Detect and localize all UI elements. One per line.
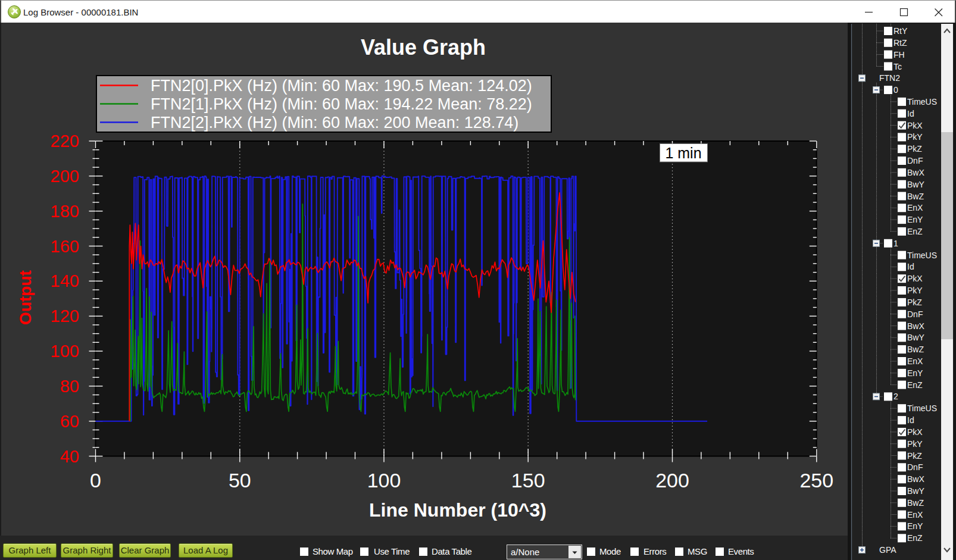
svg-text:Tc: Tc <box>893 62 902 71</box>
svg-text:BwX: BwX <box>907 321 924 331</box>
svg-text:0: 0 <box>90 469 101 492</box>
svg-text:40: 40 <box>60 447 79 466</box>
svg-text:100: 100 <box>51 342 79 361</box>
svg-text:140: 140 <box>51 271 79 290</box>
svg-text:BwY: BwY <box>907 180 924 189</box>
svg-text:100: 100 <box>367 469 401 492</box>
svg-text:FTN2[2].PkX (Hz) (Min: 60 Max:: FTN2[2].PkX (Hz) (Min: 60 Max: 200 Mean:… <box>151 114 518 132</box>
svg-text:PkZ: PkZ <box>907 144 922 154</box>
svg-text:TimeUS: TimeUS <box>907 97 937 107</box>
svg-text:PkY: PkY <box>907 132 923 142</box>
svg-text:Id: Id <box>907 109 914 118</box>
svg-text:250: 250 <box>799 469 833 492</box>
svg-text:EnY: EnY <box>907 368 923 378</box>
svg-text:Output: Output <box>16 270 35 325</box>
svg-text:Id: Id <box>907 262 914 271</box>
svg-text:150: 150 <box>511 469 545 492</box>
svg-text:FTN2[0].PkX (Hz) (Min: 60 Max:: FTN2[0].PkX (Hz) (Min: 60 Max: 190.5 Mea… <box>151 77 532 95</box>
svg-text:DnF: DnF <box>907 462 923 472</box>
svg-text:PkY: PkY <box>907 439 923 449</box>
svg-text:220: 220 <box>51 132 79 151</box>
svg-text:80: 80 <box>60 377 79 396</box>
svg-text:EnY: EnY <box>907 215 923 224</box>
svg-text:1: 1 <box>893 239 898 248</box>
svg-text:BwZ: BwZ <box>907 192 924 201</box>
svg-text:60: 60 <box>60 412 79 431</box>
svg-text:FTN2: FTN2 <box>879 73 900 83</box>
svg-text:BwY: BwY <box>907 333 924 342</box>
svg-text:FH: FH <box>893 50 905 60</box>
svg-text:EnX: EnX <box>907 510 923 520</box>
svg-text:EnZ: EnZ <box>907 533 923 543</box>
svg-text:RtZ: RtZ <box>893 38 907 48</box>
svg-text:BwX: BwX <box>907 474 924 484</box>
svg-text:PkY: PkY <box>907 286 923 295</box>
svg-text:0: 0 <box>893 85 898 95</box>
svg-text:200: 200 <box>51 167 79 186</box>
svg-text:Line Number (10^3): Line Number (10^3) <box>369 499 546 521</box>
svg-text:1 min: 1 min <box>665 145 701 161</box>
svg-text:BwZ: BwZ <box>907 498 924 508</box>
svg-text:PkX: PkX <box>907 274 923 283</box>
svg-text:BwY: BwY <box>907 486 924 496</box>
svg-text:PkZ: PkZ <box>907 451 922 461</box>
svg-text:BwZ: BwZ <box>907 345 924 354</box>
svg-text:PkZ: PkZ <box>907 298 922 307</box>
svg-text:BwX: BwX <box>907 168 924 177</box>
svg-text:PkX: PkX <box>907 121 923 130</box>
svg-text:PkX: PkX <box>907 427 923 437</box>
svg-text:RtY: RtY <box>893 26 908 36</box>
svg-text:180: 180 <box>51 202 79 221</box>
svg-text:160: 160 <box>51 237 79 256</box>
svg-text:EnX: EnX <box>907 203 923 212</box>
svg-text:TimeUS: TimeUS <box>907 403 937 413</box>
svg-text:DnF: DnF <box>907 156 923 165</box>
svg-text:Value Graph: Value Graph <box>361 35 486 60</box>
svg-text:EnX: EnX <box>907 356 923 366</box>
svg-text:EnZ: EnZ <box>907 380 923 390</box>
svg-text:EnY: EnY <box>907 521 923 531</box>
svg-text:FTN2[1].PkX (Hz) (Min: 60 Max:: FTN2[1].PkX (Hz) (Min: 60 Max: 194.22 Me… <box>151 95 532 113</box>
svg-text:120: 120 <box>51 306 79 326</box>
svg-text:EnZ: EnZ <box>907 227 923 236</box>
svg-text:TimeUS: TimeUS <box>907 251 937 260</box>
svg-text:2: 2 <box>893 392 898 401</box>
svg-text:200: 200 <box>655 469 689 492</box>
svg-text:Id: Id <box>907 415 914 425</box>
svg-text:DnF: DnF <box>907 309 923 319</box>
svg-text:GPA: GPA <box>879 545 896 555</box>
svg-text:50: 50 <box>229 469 251 492</box>
